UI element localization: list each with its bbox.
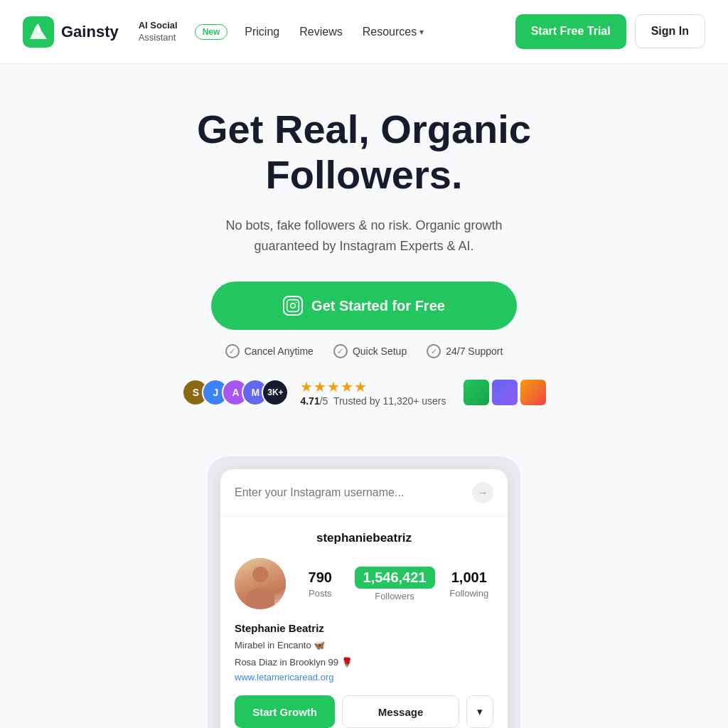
check-icon: ✓ <box>427 344 441 358</box>
demo-card-wrapper: → stephaniebeatriz 790 Posts 1,546,421 F… <box>208 456 520 728</box>
profile-avatar <box>235 558 286 609</box>
hero-title: Get Real, Organic Followers. <box>115 107 613 198</box>
logo-text: Gainsty <box>61 23 119 41</box>
svg-point-3 <box>296 302 297 304</box>
username-input[interactable] <box>235 486 464 499</box>
get-started-button[interactable]: Get Started for Free <box>211 282 517 330</box>
posts-stat: 790 Posts <box>296 569 345 599</box>
demo-container: → stephaniebeatriz 790 Posts 1,546,421 F… <box>0 456 728 728</box>
chevron-down-icon: ▾ <box>419 27 424 37</box>
preview-image <box>464 380 489 405</box>
profile-link[interactable]: www.letamericaread.org <box>235 672 493 682</box>
avatar-image <box>235 558 286 609</box>
nav-pricing[interactable]: Pricing <box>245 26 279 38</box>
profile-name: Stephanie Beatriz <box>235 622 493 634</box>
dropdown-button[interactable]: ▾ <box>466 695 493 728</box>
logo-icon <box>23 16 54 48</box>
profile-bio-line1: Mirabel in Encanto 🦋 <box>235 638 493 653</box>
preview-image <box>492 380 518 405</box>
check-icon: ✓ <box>225 344 240 358</box>
profile-bio-line2: Rosa Diaz in Brooklyn 99 🌹 <box>235 655 493 670</box>
avatar-group: S J A M 3K+ <box>182 379 289 406</box>
following-stat: 1,001 Following <box>445 569 494 599</box>
rating-block: ★★★★★ 4.71/5 Trusted by 11,320+ users <box>300 378 446 407</box>
hero-features: ✓ Cancel Anytime ✓ Quick Setup ✓ 24/7 Su… <box>23 344 705 358</box>
new-badge: New <box>195 24 228 40</box>
search-arrow-icon[interactable]: → <box>472 482 493 503</box>
logo-link[interactable]: Gainsty <box>23 16 119 48</box>
followers-stat: 1,546,421 Followers <box>355 567 435 601</box>
feature-cancel: ✓ Cancel Anytime <box>225 344 314 358</box>
demo-card: → stephaniebeatriz 790 Posts 1,546,421 F… <box>220 469 508 728</box>
profile-username: stephaniebeatriz <box>235 531 493 545</box>
profile-actions: Start Growth Message ▾ <box>235 695 493 728</box>
navbar: Gainsty AI Social Assistant New Pricing … <box>0 0 728 64</box>
preview-image <box>520 380 546 405</box>
hero-section: Get Real, Organic Followers. No bots, fa… <box>0 64 728 456</box>
nav-resources[interactable]: Resources ▾ <box>363 26 424 38</box>
nav-reviews[interactable]: Reviews <box>299 26 342 38</box>
preview-images <box>464 380 546 405</box>
feature-support: ✓ 24/7 Support <box>427 344 503 358</box>
social-proof: S J A M 3K+ ★★★★★ 4.71/5 Trusted by 11,3… <box>23 378 705 407</box>
sign-in-button[interactable]: Sign In <box>635 14 705 48</box>
demo-profile: stephaniebeatriz 790 Posts 1,546,421 Fol… <box>220 517 508 728</box>
svg-point-2 <box>291 304 296 309</box>
check-icon: ✓ <box>333 344 348 358</box>
message-button[interactable]: Message <box>342 695 459 728</box>
svg-rect-1 <box>287 300 299 312</box>
profile-stats-row: 790 Posts 1,546,421 Followers 1,001 Foll… <box>235 558 493 609</box>
rating-text: 4.71/5 Trusted by 11,320+ users <box>300 395 446 407</box>
start-trial-button[interactable]: Start Free Trial <box>515 14 626 49</box>
ai-label: AI Social Assistant <box>139 20 178 44</box>
feature-setup: ✓ Quick Setup <box>333 344 407 358</box>
hero-subtitle: No bots, fake followers & no risk. Organ… <box>193 215 535 257</box>
start-growth-button[interactable]: Start Growth <box>235 695 335 728</box>
avatar-count: 3K+ <box>262 379 289 406</box>
demo-search-bar[interactable]: → <box>220 469 508 517</box>
star-rating: ★★★★★ <box>300 378 368 395</box>
nav-links: Pricing Reviews Resources ▾ <box>245 26 498 38</box>
instagram-icon <box>283 296 303 316</box>
nav-actions: Start Free Trial Sign In <box>515 14 705 49</box>
